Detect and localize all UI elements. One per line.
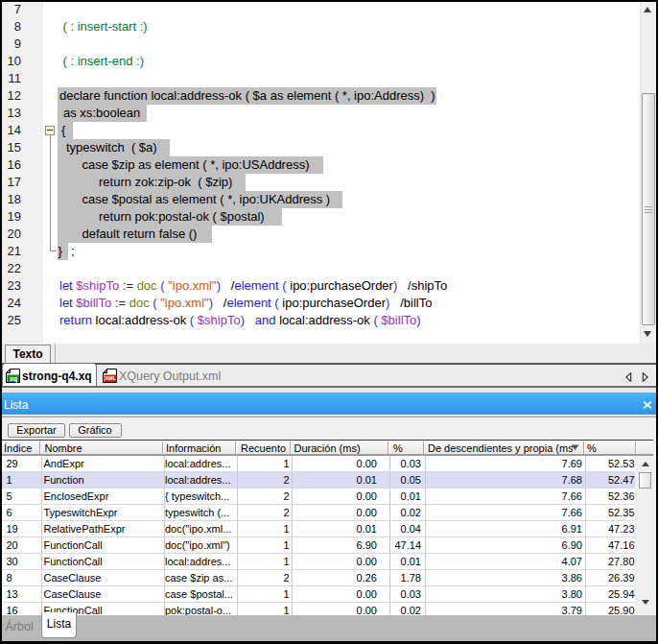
svg-text:xq: xq [9, 374, 16, 382]
svg-text:XML: XML [105, 375, 116, 381]
